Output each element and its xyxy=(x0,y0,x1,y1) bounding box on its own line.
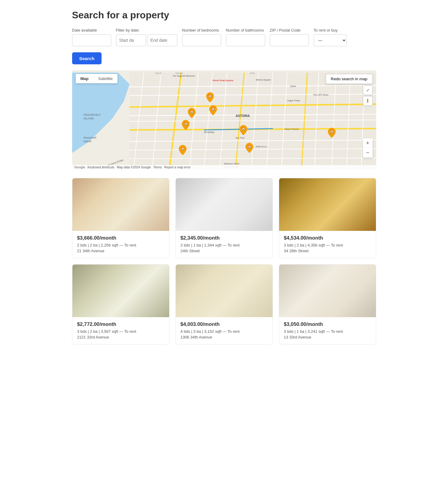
map-pin-4[interactable]: 🏠 xyxy=(181,120,190,130)
listing-details-1: 2 bds | 2 ba | 2,256 sqft — To rent xyxy=(77,243,164,247)
listing-image-2 xyxy=(176,178,273,231)
date-range-inputs xyxy=(116,34,177,46)
keyboard-shortcuts[interactable]: Keyboard shortcuts xyxy=(87,166,114,169)
svg-text:31st Ave: 31st Ave xyxy=(175,72,183,74)
terms-link[interactable]: Terms xyxy=(153,166,162,169)
listing-image-4 xyxy=(72,265,169,317)
map-pin-6[interactable]: 🏠 xyxy=(178,145,187,155)
fullscreen-icon[interactable]: ⤢ xyxy=(363,85,373,95)
filter-by-date-group: Filter by date: xyxy=(116,28,177,46)
listing-details-3: 3 bds | 2 ba | 4,356 sqft — To rent xyxy=(284,243,371,247)
listing-price-3: $4,534.00/month xyxy=(284,235,371,241)
bedrooms-input[interactable] xyxy=(182,34,221,46)
listing-card-4[interactable]: $2,772.00/month 3 bds | 2 ba | 3,567 sqf… xyxy=(72,264,169,345)
listing-card-5[interactable]: $4,003.00/month 4 bds | 3 ba | 3,102 sqf… xyxy=(175,264,273,345)
bedrooms-label: Number of bedrooms xyxy=(182,28,221,32)
listing-details-2: 2 bds | 1 ba | 1,344 sqft — To rent xyxy=(181,243,268,247)
search-button[interactable]: Search xyxy=(72,52,102,64)
svg-text:Zyara: Zyara xyxy=(290,85,296,87)
bathrooms-label: Number of bathrooms xyxy=(226,28,265,32)
map-zoom-controls: + − xyxy=(363,138,373,158)
svg-text:🏠: 🏠 xyxy=(330,130,334,133)
listing-card-3[interactable]: $4,534.00/month 3 bds | 2 ba | 4,356 sqf… xyxy=(279,178,376,258)
svg-text:🏠: 🏠 xyxy=(208,94,212,98)
listing-card-6[interactable]: $3,050.00/month 3 bds | 1 ba | 3,241 sqf… xyxy=(279,264,376,345)
bathrooms-input[interactable] xyxy=(226,34,265,46)
svg-text:Island: Island xyxy=(84,139,91,143)
svg-text:30 Av: 30 Av xyxy=(250,72,255,74)
map-pin-7[interactable]: 🏠 xyxy=(245,143,254,153)
map-data-label: Map data ©2024 Google xyxy=(117,166,151,169)
listing-info-3: $4,534.00/month 3 bds | 2 ba | 4,356 sqf… xyxy=(279,231,376,258)
listing-address-5: 1306 34th Avenue xyxy=(181,335,268,339)
google-logo: Google xyxy=(75,166,85,169)
listing-address-2: 24th Street xyxy=(181,249,268,253)
map-tab-map[interactable]: Map xyxy=(76,74,93,83)
listing-address-4: 2121 33rd Avenue xyxy=(77,335,164,339)
map-pin-1[interactable]: 🏠 xyxy=(187,108,196,118)
svg-text:Planet Fitness: Planet Fitness xyxy=(284,128,299,130)
date-available-input[interactable] xyxy=(72,34,111,46)
listing-image-3 xyxy=(279,178,376,231)
listing-price-1: $3,666.00/month xyxy=(77,235,164,241)
listing-info-5: $4,003.00/month 4 bds | 3 ba | 3,102 sqf… xyxy=(176,317,273,344)
svg-text:The Noguchi Museum: The Noguchi Museum xyxy=(172,75,195,77)
map-pin-8[interactable]: 🏠 xyxy=(328,128,336,138)
svg-text:Sotto la Lu...: Sotto la Lu... xyxy=(256,145,269,148)
listing-address-1: 21 34th Avenue xyxy=(77,249,164,253)
svg-text:ISLAND: ISLAND xyxy=(84,117,94,120)
filter-by-date-label: Filter by date: xyxy=(116,28,177,32)
svg-text:The UPS Store: The UPS Store xyxy=(313,93,328,96)
filters-row: Date available Filter by date: Number of… xyxy=(72,28,376,46)
rent-or-buy-select[interactable]: — To rent To buy xyxy=(314,34,347,46)
svg-text:Mount Sinai Queens: Mount Sinai Queens xyxy=(212,79,233,82)
svg-text:Broadway: Broadway xyxy=(204,131,214,133)
svg-text:🏠: 🏠 xyxy=(181,147,185,151)
svg-text:🏠: 🏠 xyxy=(190,110,194,114)
listing-address-3: 34 28th Street xyxy=(284,249,371,253)
map-tabs: Map Satellite xyxy=(76,74,118,83)
rent-or-buy-label: To rent or buy xyxy=(314,28,347,32)
listing-card-1[interactable]: $3,666.00/month 2 bds | 2 ba | 2,256 sqf… xyxy=(72,178,169,258)
page-title: Search for a property xyxy=(72,10,376,21)
map-tab-satellite[interactable]: Satellite xyxy=(93,74,117,83)
listing-info-2: $2,345.00/month 2 bds | 1 ba | 1,344 sqf… xyxy=(176,231,273,258)
listing-price-6: $3,050.00/month xyxy=(284,321,371,327)
listing-details-4: 3 bds | 2 ba | 3,567 sqft — To rent xyxy=(77,329,164,334)
svg-text:Sugar Freak: Sugar Freak xyxy=(287,99,300,102)
listing-card-2[interactable]: $2,345.00/month 2 bds | 1 ba | 1,344 sqf… xyxy=(175,178,273,258)
report-link[interactable]: Report a map error xyxy=(164,166,191,169)
zip-group: ZIP / Postal Code xyxy=(270,28,309,46)
svg-text:ASTORIA: ASTORIA xyxy=(236,114,250,118)
map-pin-2[interactable]: 🏠 xyxy=(206,92,214,103)
date-available-group: Date available xyxy=(72,28,111,46)
svg-text:🏠: 🏠 xyxy=(211,107,215,111)
listing-info-4: $2,772.00/month 3 bds | 2 ba | 3,567 sqf… xyxy=(72,317,169,344)
map-controls: ⤢ 🧍 xyxy=(363,85,373,106)
map-view[interactable]: ROOSEVELT ISLAND Roosevelt Island DUTCH … xyxy=(72,70,376,170)
redo-search-button[interactable]: Redo search in map xyxy=(326,74,373,84)
zip-input[interactable] xyxy=(270,34,309,46)
listing-price-4: $2,772.00/month xyxy=(77,321,164,327)
svg-text:Nur Thai: Nur Thai xyxy=(236,136,244,139)
listing-details-6: 3 bds | 1 ba | 3,241 sqft — To rent xyxy=(284,329,371,334)
listing-details-5: 4 bds | 3 ba | 3,102 sqft — To rent xyxy=(181,329,268,334)
svg-text:ROOSEVELT: ROOSEVELT xyxy=(84,113,101,116)
map-container: ROOSEVELT ISLAND Roosevelt Island DUTCH … xyxy=(72,70,376,170)
rent-or-buy-group: To rent or buy — To rent To buy xyxy=(314,28,347,46)
listing-image-5 xyxy=(176,265,273,317)
date-available-label: Date available xyxy=(72,28,111,32)
main-page: Search for a property Date available Fil… xyxy=(65,0,383,354)
listing-price-2: $2,345.00/month xyxy=(181,235,268,241)
map-pin-5[interactable]: 🏠 xyxy=(239,125,248,135)
start-date-input[interactable] xyxy=(116,34,146,46)
map-pin-3[interactable]: 🏠 xyxy=(209,105,217,115)
listings-grid: $3,666.00/month 2 bds | 2 ba | 2,256 sqf… xyxy=(72,178,376,345)
listing-image-1 xyxy=(72,178,169,231)
zoom-out-button[interactable]: − xyxy=(363,148,373,158)
zoom-in-button[interactable]: + xyxy=(363,138,373,148)
svg-text:Roosevelt: Roosevelt xyxy=(84,136,96,139)
pegman-icon[interactable]: 🧍 xyxy=(363,96,373,106)
end-date-input[interactable] xyxy=(147,34,177,46)
bedrooms-group: Number of bedrooms xyxy=(182,28,221,46)
